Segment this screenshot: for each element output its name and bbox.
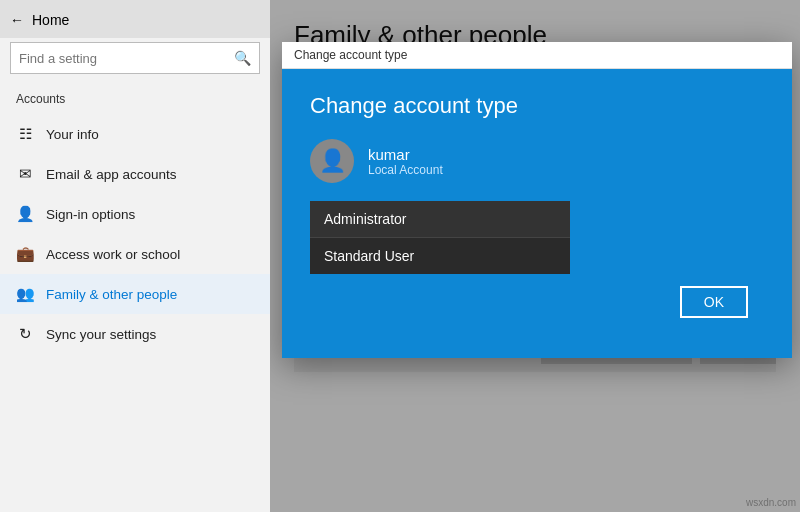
work-icon: 💼: [16, 245, 34, 263]
sidebar-item-email-app[interactable]: ✉ Email & app accounts: [0, 154, 270, 194]
sidebar-item-sync[interactable]: ↻ Sync your settings: [0, 314, 270, 354]
sidebar-item-family[interactable]: 👥 Family & other people: [0, 274, 270, 314]
ok-button[interactable]: OK: [680, 286, 748, 318]
search-input[interactable]: [19, 51, 234, 66]
sidebar-item-label-your-info: Your info: [46, 127, 99, 142]
sidebar: ← Home 🔍 Accounts ☷ Your info ✉ Email & …: [0, 0, 270, 512]
modal-user-sub: Local Account: [368, 163, 443, 177]
family-icon: 👥: [16, 285, 34, 303]
modal-overlay: Change account type Change account type …: [270, 0, 800, 512]
option-administrator[interactable]: Administrator: [310, 201, 570, 238]
sidebar-item-label-sync: Sync your settings: [46, 327, 156, 342]
modal-footer: OK: [310, 274, 764, 330]
modal-user-row: 👤 kumar Local Account: [310, 139, 764, 183]
sidebar-item-label-email: Email & app accounts: [46, 167, 177, 182]
sidebar-item-work-school[interactable]: 💼 Access work or school: [0, 234, 270, 274]
modal-titlebar-label: Change account type: [294, 48, 407, 62]
modal-titlebar: Change account type: [282, 42, 792, 69]
sidebar-item-label-signin: Sign-in options: [46, 207, 135, 222]
account-type-dropdown[interactable]: Administrator Standard User: [310, 201, 570, 274]
email-icon: ✉: [16, 165, 34, 183]
main-content: Family & other people Your family 👤 kuma…: [270, 0, 800, 512]
sidebar-home-button[interactable]: ← Home: [0, 0, 270, 38]
sign-in-icon: 👤: [16, 205, 34, 223]
sidebar-item-sign-in[interactable]: 👤 Sign-in options: [0, 194, 270, 234]
search-box[interactable]: 🔍: [10, 42, 260, 74]
modal-window: Change account type Change account type …: [282, 42, 792, 358]
modal-heading: Change account type: [310, 93, 764, 119]
modal-user-info: kumar Local Account: [368, 146, 443, 177]
option-standard-user[interactable]: Standard User: [310, 238, 570, 274]
modal-avatar: 👤: [310, 139, 354, 183]
sidebar-item-label-family: Family & other people: [46, 287, 177, 302]
modal-body: Change account type 👤 kumar Local Accoun…: [282, 69, 792, 358]
modal-user-name: kumar: [368, 146, 443, 163]
sidebar-item-label-work: Access work or school: [46, 247, 180, 262]
sidebar-item-your-info[interactable]: ☷ Your info: [0, 114, 270, 154]
sidebar-home-label: Home: [32, 12, 69, 28]
your-info-icon: ☷: [16, 125, 34, 143]
sync-icon: ↻: [16, 325, 34, 343]
search-icon: 🔍: [234, 50, 251, 66]
home-back-icon: ←: [10, 12, 24, 28]
sidebar-section-label: Accounts: [0, 88, 270, 114]
